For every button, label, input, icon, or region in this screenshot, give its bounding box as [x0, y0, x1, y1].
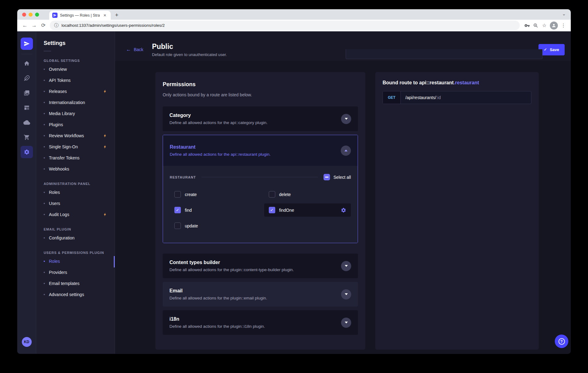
- findone-checkbox[interactable]: ✓: [269, 207, 275, 213]
- accordion-i18n-header[interactable]: i18n Define all allowed actions for the …: [163, 310, 358, 335]
- sidebar-item-plugins[interactable]: Plugins: [36, 119, 115, 130]
- traffic-lights: [22, 13, 39, 17]
- browser-menu-icon[interactable]: ⋮: [559, 21, 568, 30]
- accordion-category: Category Define all allowed actions for …: [163, 106, 358, 131]
- main-nav-rail: KD: [17, 31, 36, 354]
- accordion-email-header[interactable]: Email Define all allowed actions for the…: [163, 282, 358, 307]
- password-key-icon[interactable]: [523, 21, 531, 30]
- expand-toggle-button[interactable]: [341, 289, 351, 299]
- create-checkbox[interactable]: [174, 191, 181, 198]
- browser-profile-avatar[interactable]: [550, 22, 558, 30]
- accordion-i18n: i18n Define all allowed actions for the …: [163, 310, 358, 335]
- nav-settings-button[interactable]: [21, 146, 33, 158]
- sidebar-item-media-library[interactable]: Media Library: [36, 108, 115, 119]
- tab-search-chevron-icon[interactable]: ⌄: [562, 11, 566, 17]
- images-icon: [24, 90, 30, 96]
- expand-toggle-button[interactable]: [341, 318, 351, 328]
- action-settings-gear-icon[interactable]: [341, 207, 346, 213]
- close-tab-icon[interactable]: ✕: [102, 13, 108, 18]
- back-nav-icon[interactable]: ←: [20, 21, 30, 30]
- bullet-icon: [44, 168, 45, 170]
- section-global-settings: GLOBAL SETTINGS Overview API Tokens Rele…: [36, 59, 115, 174]
- sidebar-item-admin-roles[interactable]: Roles: [36, 187, 115, 198]
- sidebar-item-webhooks[interactable]: Webhooks: [36, 163, 115, 174]
- nav-home-button[interactable]: [21, 57, 33, 70]
- strapi-app: KD Settings GLOBAL SETTINGS Overview API…: [17, 31, 571, 354]
- sidebar-item-audit-logs[interactable]: Audit Logs: [36, 209, 115, 220]
- bullet-icon: [44, 283, 45, 284]
- action-findone[interactable]: ✓ findOne: [264, 203, 351, 217]
- user-avatar[interactable]: KD: [22, 337, 32, 347]
- section-label: GLOBAL SETTINGS: [44, 59, 107, 62]
- section-email-plugin: EMAIL PLUGIN Configuration: [36, 227, 115, 243]
- new-tab-button[interactable]: +: [115, 12, 118, 18]
- select-all-checkbox[interactable]: [324, 174, 330, 180]
- expand-toggle-button[interactable]: [341, 114, 351, 124]
- sidebar-item-up-roles[interactable]: Roles: [36, 256, 115, 267]
- accordion-ctb-header[interactable]: Content types builder Define all allowed…: [163, 254, 358, 278]
- gear-icon: [24, 149, 30, 155]
- strapi-logo[interactable]: [21, 38, 33, 50]
- zoom-icon[interactable]: [531, 21, 540, 30]
- url-text: localhost:1337/admin/settings/users-perm…: [62, 23, 165, 28]
- forward-nav-icon[interactable]: →: [30, 21, 39, 30]
- sidebar-item-single-sign-on[interactable]: Single Sign-On: [36, 141, 115, 152]
- sidebar-item-transfer-tokens[interactable]: Transfer Tokens: [36, 152, 115, 163]
- nav-media-library-button[interactable]: [21, 87, 33, 99]
- site-info-icon[interactable]: ⓘ: [54, 23, 58, 28]
- sidebar-item-configuration[interactable]: Configuration: [36, 232, 115, 243]
- browser-tab[interactable]: Settings — Roles | Strapi ✕: [49, 11, 111, 20]
- page-title: Public: [152, 42, 227, 51]
- route-row[interactable]: GET /api/restaurants/:id: [383, 91, 531, 104]
- chevron-down-icon: [345, 322, 348, 323]
- reload-icon[interactable]: ⟳: [39, 21, 48, 30]
- question-mark-icon: ?: [558, 338, 565, 345]
- maximize-window-button[interactable]: [35, 13, 39, 17]
- sidebar-item-review-workflows[interactable]: Review Workflows: [36, 130, 115, 141]
- permissions-panel: Permissions Only actions bound by a rout…: [155, 72, 365, 350]
- minimize-window-button[interactable]: [29, 13, 33, 17]
- action-delete[interactable]: delete: [264, 188, 351, 201]
- find-checkbox[interactable]: ✓: [174, 207, 181, 213]
- accordion-category-header[interactable]: Category Define all allowed actions for …: [163, 106, 358, 131]
- section-users-permissions-plugin: USERS & PERMISSIONS PLUGIN Roles Provide…: [36, 251, 115, 300]
- accordion-title: Email: [169, 288, 341, 294]
- nav-content-manager-button[interactable]: [21, 72, 33, 84]
- lightning-icon: [103, 212, 107, 217]
- help-button[interactable]: ?: [555, 335, 568, 348]
- bullet-icon: [44, 124, 45, 125]
- sidebar-item-advanced-settings[interactable]: Advanced settings: [36, 289, 115, 300]
- sidebar-item-providers[interactable]: Providers: [36, 267, 115, 278]
- chevron-up-icon: [344, 150, 348, 151]
- accordion-description: Define all allowed actions for the plugi…: [169, 296, 341, 300]
- url-bar[interactable]: ⓘ localhost:1337/admin/settings/users-pe…: [50, 21, 520, 30]
- sidebar-item-internationalization[interactable]: Internationalization: [36, 97, 115, 108]
- bookmark-star-icon[interactable]: ☆: [540, 21, 549, 30]
- strapi-favicon-icon: [52, 13, 58, 18]
- sidebar-item-releases[interactable]: Releases: [36, 86, 115, 97]
- collapse-toggle-button[interactable]: [341, 146, 351, 156]
- sidebar-item-api-tokens[interactable]: API Tokens: [36, 75, 115, 86]
- nav-marketplace-button[interactable]: [21, 131, 33, 143]
- action-update[interactable]: update: [170, 219, 257, 232]
- permissions-title: Permissions: [163, 81, 358, 88]
- update-checkbox[interactable]: [174, 223, 181, 229]
- back-link[interactable]: ← Back: [126, 47, 143, 52]
- expand-toggle-button[interactable]: [341, 261, 351, 271]
- nav-cloud-button[interactable]: [21, 116, 33, 129]
- select-all-control[interactable]: Select all: [324, 174, 351, 180]
- close-window-button[interactable]: [22, 13, 26, 17]
- section-label: EMAIL PLUGIN: [44, 227, 107, 231]
- action-find[interactable]: ✓ find: [170, 203, 257, 217]
- browser-window: Settings — Roles | Strapi ✕ + ⌄ ← → ⟳ ⓘ …: [17, 9, 571, 354]
- sidebar-item-users[interactable]: Users: [36, 198, 115, 209]
- accordion-restaurant-header[interactable]: Restaurant Define all allowed actions fo…: [163, 135, 358, 166]
- sidebar-item-email-templates[interactable]: Email templates: [36, 278, 115, 289]
- feather-icon: [24, 75, 30, 81]
- delete-checkbox[interactable]: [269, 191, 275, 198]
- nav-content-type-builder-button[interactable]: [21, 102, 33, 114]
- tab-strip: Settings — Roles | Strapi ✕ + ⌄: [17, 9, 571, 20]
- sidebar-item-overview[interactable]: Overview: [36, 64, 115, 75]
- action-create[interactable]: create: [170, 188, 257, 201]
- content-area: Permissions Only actions bound by a rout…: [115, 61, 571, 354]
